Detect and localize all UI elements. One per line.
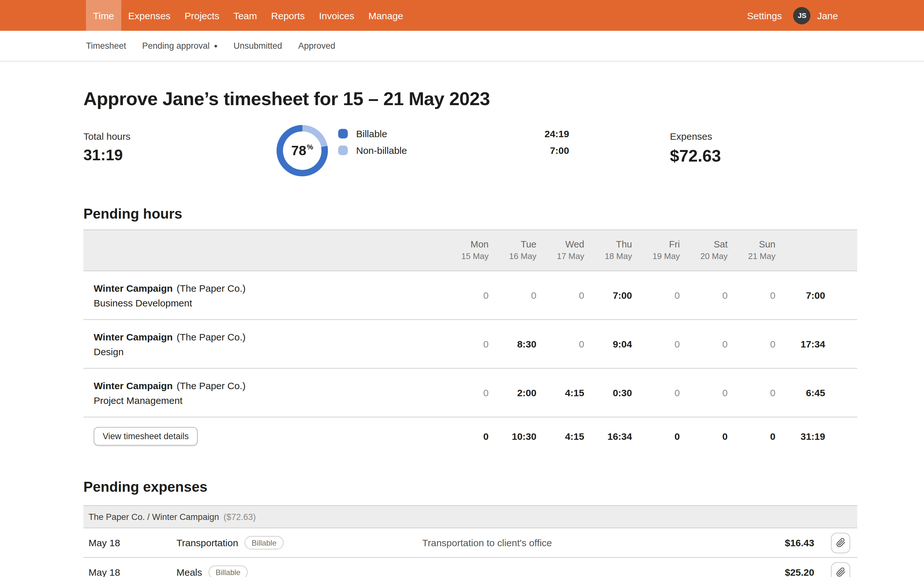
tab-unsubmitted[interactable]: Unsubmitted [234,41,282,51]
top-nav: Time Expenses Projects Team Reports Invo… [0,0,924,31]
total-hours-cell: 0 [728,430,775,442]
project-cell: Winter Campaign(The Paper Co.) Project M… [83,378,441,408]
billable-hours: 24:19 [544,128,569,139]
total-hours-cell: 4:15 [536,430,584,442]
expense-amount: $25.20 [731,567,814,577]
hours-cell: 7:00 [584,290,632,301]
hours-cell: 4:15 [536,387,584,398]
expenses-label: Expenses [670,131,721,142]
attachment-button[interactable] [831,562,850,577]
paperclip-icon [836,567,845,577]
header-wed: Wed 17 May [536,239,584,262]
legend-row-billable: Billable 24:19 [338,128,569,139]
hours-cell: 9:04 [584,338,632,350]
project-name: Winter Campaign [94,282,173,293]
total-hours-cell: 0 [680,430,728,442]
hours-cell: 8:30 [489,338,536,350]
total-hours-value: 31:19 [83,146,276,164]
hours-cell: 0 [441,387,489,398]
hours-cell: 0 [536,338,584,350]
settings-link[interactable]: Settings [741,10,788,21]
date-tue: 16 May [489,251,536,262]
totals-button-cell: View timesheet details [83,427,441,445]
header-sun: Sun 21 May [728,239,775,262]
total-hours-cell: 0 [441,430,489,442]
expense-row: May 18 Transportation Billable Transport… [83,528,857,558]
row-total: 6:45 [775,387,857,398]
expenses-summary-block: Expenses $72.63 [670,125,721,166]
row-total: 7:00 [775,290,857,301]
tab-approved-label: Approved [298,41,335,51]
hours-table-header: Mon 15 May Tue 16 May Wed 17 May Thu 18 … [83,229,857,271]
attachment-button[interactable] [831,532,850,553]
hours-cell: 0 [728,387,775,398]
hours-cell: 0 [728,338,775,350]
nav-item-time[interactable]: Time [86,0,121,31]
dow-sat: Sat [680,239,728,251]
table-row: Winter Campaign(The Paper Co.) Project M… [83,369,857,417]
task-name: Design [94,344,441,359]
expense-notes: Transportation to client's office [422,537,731,548]
billable-swatch-icon [338,129,348,139]
dow-fri: Fri [632,239,680,251]
nav-item-manage[interactable]: Manage [361,0,410,31]
billable-badge: Billable [208,566,247,577]
donut-percent-number: 78 [291,143,306,158]
hours-cell: 0 [441,338,489,350]
table-row: Winter Campaign(The Paper Co.) Design 0 … [83,320,857,369]
tab-pending-approval[interactable]: Pending approval • [142,41,218,51]
pending-expenses-table: The Paper Co. / Winter Campaign ($72.63)… [83,505,857,577]
nav-item-team[interactable]: Team [226,0,264,31]
total-hours-cell: 16:34 [584,430,632,442]
expense-date: May 18 [83,537,176,548]
nav-item-reports[interactable]: Reports [264,0,312,31]
pending-hours-table: Mon 15 May Tue 16 May Wed 17 May Thu 18 … [83,229,857,455]
task-name: Project Management [94,393,441,408]
expense-category: Meals [176,567,202,577]
hours-cell: 0 [728,290,775,301]
hours-cell: 0:30 [584,387,632,398]
total-hours-cell: 10:30 [489,430,536,442]
totals-row: View timesheet details 0 10:30 4:15 16:3… [83,417,857,455]
pending-hours-heading: Pending hours [83,206,857,222]
hours-cell: 0 [489,290,536,301]
expense-group-name: The Paper Co. / Winter Campaign [89,512,219,522]
nav-item-expenses[interactable]: Expenses [121,0,178,31]
main-content: Approve Jane’s timesheet for 15 – 21 May… [83,88,857,577]
expense-amount: $16.43 [731,537,814,548]
hours-cell: 0 [680,338,728,350]
total-hours-label: Total hours [83,131,276,142]
app-window: Time Expenses Projects Team Reports Invo… [0,0,924,577]
hours-cell: 0 [632,290,680,301]
date-sat: 20 May [680,251,728,262]
hours-cell: 0 [632,387,680,398]
hours-cell: 0 [441,290,489,301]
donut-legend: Billable 24:19 Non-billable 7:00 [338,125,569,161]
legend-row-nonbillable: Non-billable 7:00 [338,145,569,156]
expense-category: Transportation [176,537,238,548]
table-row: Winter Campaign(The Paper Co.) Business … [83,271,857,320]
nav-item-projects[interactable]: Projects [178,0,226,31]
expenses-total: $72.63 [670,146,721,166]
grand-total: 31:19 [775,430,857,442]
nonbillable-label: Non-billable [356,145,407,156]
user-avatar[interactable]: JS [793,7,811,24]
tab-approved[interactable]: Approved [298,41,335,51]
expense-category-cell: Transportation Billable [176,536,422,550]
project-name: Winter Campaign [94,380,173,391]
hours-cell: 0 [632,338,680,350]
nav-item-invoices[interactable]: Invoices [312,0,361,31]
total-hours-block: Total hours 31:19 [83,125,276,164]
expense-category-cell: Meals Billable [176,566,422,577]
tab-unsubmitted-label: Unsubmitted [234,41,282,51]
donut-percent-sign: % [307,143,313,151]
donut-percent: 78 % [276,125,328,176]
user-name[interactable]: Jane [817,10,838,21]
date-wed: 17 May [536,251,584,262]
expense-attachment-cell [814,532,857,553]
tab-timesheet[interactable]: Timesheet [86,41,126,51]
dow-thu: Thu [584,239,632,251]
date-fri: 19 May [632,251,680,262]
view-timesheet-details-button[interactable]: View timesheet details [94,427,198,445]
top-nav-right: Settings JS Jane [741,0,838,31]
